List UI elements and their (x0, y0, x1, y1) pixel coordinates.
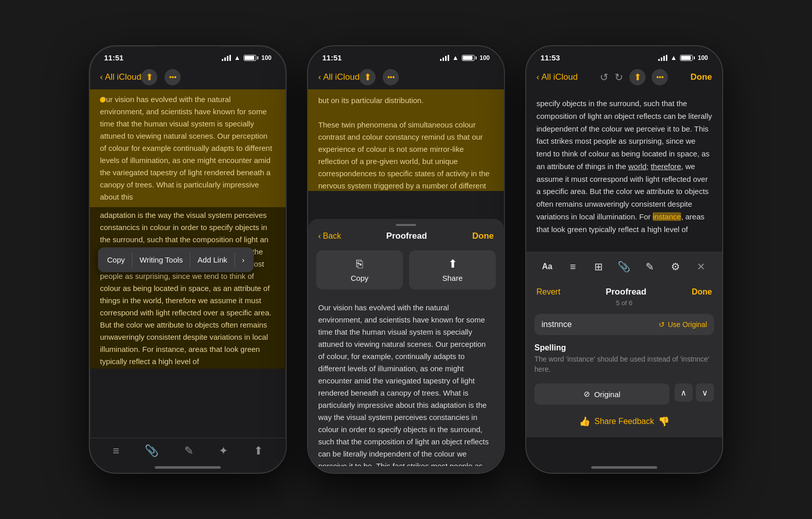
feedback-row: 👍 Share Feedback 👎 (526, 410, 722, 437)
time-2: 11:51 (322, 53, 342, 62)
share-action-label: Share (442, 274, 462, 282)
nav-bar-2: ‹ All iCloud ⬆ ••• (308, 65, 504, 89)
correction-box: instnnce ↺ Use Original (534, 314, 714, 335)
original-nav-btn[interactable]: ⊘ Original (534, 383, 669, 405)
settings-btn[interactable]: ⚙ (666, 257, 685, 276)
back-label-3: All iCloud (542, 72, 578, 82)
highlight-instance: instance (653, 212, 681, 221)
battery-percent-3: 100 (698, 54, 708, 61)
signature-btn[interactable]: ✎ (641, 257, 659, 276)
revert-button[interactable]: Revert (536, 287, 560, 297)
sheet-header: ‹ Back Proofread Done (308, 226, 504, 246)
redo-icon[interactable]: ↻ (615, 71, 623, 83)
share-icon: ⬆ (448, 257, 457, 271)
context-menu-1: Copy Writing Tools Add Link › (98, 247, 254, 272)
share-toolbar-btn[interactable]: ⬆ (254, 444, 263, 458)
proofread-sheet: ‹ Back Proofread Done ⎘ Copy ⬆ Share (308, 219, 504, 473)
phones-container: 11:51 ▲ 100 (79, 35, 733, 484)
thumbs-down-icon[interactable]: 👎 (658, 416, 669, 427)
star-toolbar-btn[interactable]: ✦ (219, 444, 228, 458)
share-action-btn[interactable]: ⬆ Share (409, 250, 496, 289)
sheet-done-button[interactable]: Done (472, 231, 494, 241)
copy-menu-item[interactable]: Copy (100, 252, 132, 267)
chevron-left-icon-sheet: ‹ (318, 232, 321, 241)
battery-2 (462, 55, 477, 61)
sheet-actions: ⎘ Copy ⬆ Share (308, 246, 504, 294)
back-label-1: All iCloud (105, 72, 142, 82)
copy-action-label: Copy (351, 274, 368, 282)
battery-percent-2: 100 (480, 54, 490, 61)
wifi-icon-1: ▲ (234, 54, 241, 61)
back-button-3[interactable]: ‹ All iCloud (536, 72, 578, 82)
sheet-title: Proofread (386, 231, 427, 241)
panel-done-button[interactable]: Done (692, 287, 712, 297)
time-1: 11:51 (104, 53, 123, 62)
status-icons-3: ▲ 100 (658, 54, 708, 61)
top-content-2: but on its particular distribution. Thes… (308, 89, 504, 191)
battery-percent-1: 100 (261, 54, 272, 61)
signal-icon-2 (440, 55, 449, 61)
chevron-left-icon-3: ‹ (536, 72, 539, 82)
copy-icon: ⎘ (356, 257, 363, 271)
status-icons-1: ▲ 100 (222, 54, 272, 61)
sheet-back-button[interactable]: ‹ Back (318, 232, 341, 241)
chevron-left-icon-1: ‹ (100, 72, 103, 82)
nav-actions-2: ⬆ ••• (359, 69, 399, 85)
nav-bar-3: ‹ All iCloud ↺ ↻ ⬆ ••• Done (526, 65, 722, 89)
nav-arrows-container: ∧ ∨ (674, 383, 714, 405)
back-button-2[interactable]: ‹ All iCloud (318, 72, 359, 82)
more-button-1[interactable]: ••• (164, 69, 181, 85)
next-correction-btn[interactable]: ∨ (696, 383, 714, 402)
nav-center-icons: ↺ ↻ ⬆ ••• (600, 69, 668, 85)
undo-icon[interactable]: ↺ (600, 71, 608, 83)
copy-action-btn[interactable]: ⎘ Copy (316, 250, 403, 289)
status-bar-2: 11:51 ▲ 100 (308, 46, 504, 65)
share-button-2[interactable]: ⬆ (359, 69, 376, 85)
correction-nav: ⊘ Original ∧ ∨ (526, 378, 722, 410)
more-menu-item[interactable]: › (235, 252, 252, 267)
list-format-btn[interactable]: ≡ (564, 257, 582, 276)
table-btn[interactable]: ⊞ (589, 257, 607, 276)
prev-correction-btn[interactable]: ∧ (674, 383, 693, 402)
compose-toolbar-btn[interactable]: ✎ (184, 444, 193, 458)
paperclip-toolbar-btn[interactable]: 📎 (145, 444, 158, 458)
back-label-2: All iCloud (323, 72, 360, 82)
thumbs-up-icon[interactable]: 👍 (579, 416, 590, 427)
phone-2: 11:51 ▲ 100 (307, 45, 505, 474)
share-button-1[interactable]: ⬆ (141, 69, 157, 85)
more-button-2[interactable]: ••• (383, 69, 399, 85)
sheet-content-text: Our vision has evolved with the natural … (308, 294, 504, 466)
yellow-dot-1 (100, 98, 105, 103)
home-indicator-1 (155, 466, 221, 469)
error-description: The word 'instance' should be used inste… (534, 354, 714, 374)
done-button-3[interactable]: Done (690, 72, 712, 82)
share-button-3[interactable]: ⬆ (629, 69, 646, 85)
back-button-1[interactable]: ‹ All iCloud (100, 72, 141, 82)
close-formatting-btn[interactable]: ✕ (692, 257, 710, 276)
status-bar-3: 11:53 ▲ 100 (526, 46, 722, 65)
normal-text-1: adaptation is the way the visual system … (90, 207, 286, 369)
add-link-menu-item[interactable]: Add Link (190, 252, 234, 267)
battery-1 (244, 55, 258, 61)
nav-bar-1: ‹ All iCloud ⬆ ••• (90, 65, 286, 89)
font-size-btn[interactable]: Aa (538, 257, 556, 276)
attach-btn[interactable]: 📎 (615, 257, 633, 276)
panel-progress: 5 of 6 (526, 299, 722, 310)
misspelled-word: instnnce (542, 320, 572, 329)
writing-tools-menu-item[interactable]: Writing Tools (132, 252, 190, 267)
time-3: 11:53 (540, 53, 560, 62)
list-toolbar-btn[interactable]: ≡ (113, 444, 119, 458)
share-feedback-button[interactable]: Share Feedback (594, 417, 654, 426)
wifi-icon-3: ▲ (670, 54, 677, 61)
panel-title: Proofread (605, 287, 646, 297)
use-original-button[interactable]: ↺ Use Original (659, 320, 707, 329)
status-bar-1: 11:51 ▲ 100 (90, 46, 286, 65)
content-area-3: specify objects in the surround, such th… (526, 89, 722, 252)
underline-world: world (628, 162, 647, 171)
error-section: Spelling The word 'instance' should be u… (526, 339, 722, 378)
panel-title-section: Proofread (605, 287, 646, 297)
signal-icon-3 (658, 55, 667, 61)
chevron-left-icon-2: ‹ (318, 72, 321, 82)
use-original-label: Use Original (668, 320, 707, 329)
more-button-3[interactable]: ••• (652, 69, 668, 85)
